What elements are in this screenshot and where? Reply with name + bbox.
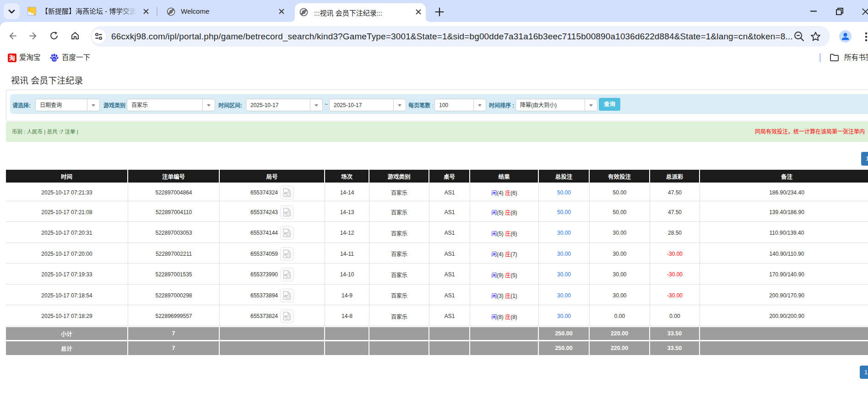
svg-text:du: du xyxy=(53,58,56,61)
